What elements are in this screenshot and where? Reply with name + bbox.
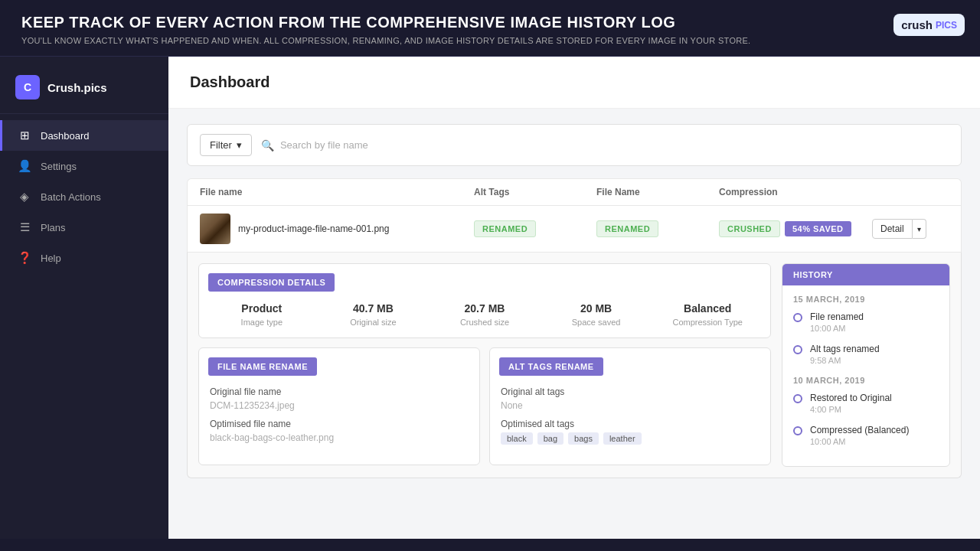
file-name-text: my-product-image-file-name-001.png: [238, 223, 389, 234]
compression-details-label: COMPRESSION DETAILS: [208, 273, 335, 292]
history-time-3: 4:00 PM: [810, 405, 892, 414]
stat-value-crushed-size: 20.7 MB: [433, 302, 537, 315]
rename-cards: FILE NAME RENAME Original file name DCM-…: [198, 347, 771, 465]
main-content: Dashboard Filter ▾ 🔍 Search by file name…: [168, 57, 980, 539]
banner-subtext: YOU'LL KNOW EXACTLY WHAT'S HAPPENED AND …: [21, 36, 959, 45]
history-event-restored: Restored to Original 4:00 PM: [793, 393, 939, 414]
history-dot: [793, 394, 802, 403]
stat-value-compression-type: Balanced: [655, 302, 760, 315]
banner-heading: KEEP TRACK OF EVERY ACTION FROM THE COMP…: [21, 14, 959, 31]
alt-tags-rename-label: ALT TAGS RENAME: [499, 357, 603, 376]
col-alt-tags: Alt Tags: [474, 187, 596, 197]
history-event-file-renamed: File renamed 10:00 AM: [793, 311, 939, 333]
sidebar-label-batch-actions: Batch Actions: [41, 191, 101, 203]
file-name-rename-label: FILE NAME RENAME: [208, 357, 317, 376]
filter-label: Filter: [210, 139, 232, 151]
chevron-down-icon: ▾: [917, 225, 921, 233]
stat-image-type: Product Image type: [210, 302, 314, 327]
compression-stats: Product Image type 40.7 MB Original size…: [199, 292, 770, 337]
stat-value-space-saved: 20 MB: [544, 302, 648, 315]
sidebar-item-help[interactable]: ❓ Help: [0, 243, 168, 273]
optimised-file-name-label: Optimised file name: [210, 419, 469, 429]
alt-tags-list: black bag bags leather: [501, 432, 760, 445]
table-row: my-product-image-file-name-001.png RENAM…: [187, 205, 962, 253]
history-time-4: 10:00 AM: [810, 437, 909, 446]
detail-dropdown-button[interactable]: ▾: [913, 219, 926, 239]
logo-text: crush: [901, 18, 933, 31]
tag-pill-black: black: [501, 432, 533, 445]
logo-sub: PICS: [936, 20, 957, 31]
page-title: Dashboard: [190, 73, 959, 91]
compression-details-card: COMPRESSION DETAILS Product Image type 4…: [198, 263, 771, 338]
compression-cell: CRUSHED 54% SAVED: [719, 220, 872, 237]
col-filename: File name: [200, 187, 474, 197]
detail-cell: Detail ▾: [872, 219, 949, 239]
history-dot: [793, 313, 802, 322]
original-alt-tags-value: None: [501, 400, 760, 411]
stat-label-compression-type: Compression Type: [655, 318, 760, 327]
col-compression: Compression: [719, 187, 872, 197]
history-event-alt-renamed: Alt tags renamed 9:58 AM: [793, 344, 939, 365]
brand-icon: C: [15, 75, 40, 99]
history-event-details: Alt tags renamed 9:58 AM: [810, 344, 880, 365]
history-event-text-1: File renamed: [810, 311, 864, 322]
tag-pill-bag: bag: [537, 432, 564, 445]
thumb-image: [200, 214, 230, 244]
original-file-name-label: Original file name: [210, 386, 469, 397]
plans-icon: ☰: [18, 220, 31, 234]
history-header: HISTORY: [782, 264, 949, 285]
tag-pill-bags: bags: [568, 432, 599, 445]
alt-tags-rename-card: ALT TAGS RENAME Original alt tags None O…: [489, 347, 771, 465]
filter-button[interactable]: Filter ▾: [200, 134, 252, 156]
history-body: 15 MARCH, 2019 File renamed 10:00 AM A: [782, 285, 949, 466]
brand-name: Crush.pics: [47, 81, 107, 94]
sidebar-brand: C Crush.pics: [0, 67, 168, 114]
history-event-details: Restored to Original 4:00 PM: [810, 393, 892, 414]
search-icon: 🔍: [261, 139, 274, 152]
alt-tags-badge: RENAMED: [474, 220, 536, 237]
table-header: File name Alt Tags File Name Compression: [187, 178, 962, 205]
stat-label-image-type: Image type: [210, 318, 314, 327]
sidebar-item-settings[interactable]: 👤 Settings: [0, 151, 168, 181]
history-event-compressed: Compressed (Balanced) 10:00 AM: [793, 425, 939, 446]
saved-badge: 54% SAVED: [785, 221, 851, 236]
sidebar-item-plans[interactable]: ☰ Plans: [0, 212, 168, 243]
col-actions: [872, 187, 949, 197]
optimised-file-name-value: black-bag-bags-co-leather.png: [210, 432, 469, 443]
sidebar-label-settings: Settings: [41, 161, 77, 172]
sidebar-item-batch-actions[interactable]: ◈ Batch Actions: [0, 181, 168, 212]
optimised-file-name-field: Optimised file name black-bag-bags-co-le…: [199, 419, 479, 451]
original-alt-tags-field: Original alt tags None: [490, 386, 770, 419]
original-file-name-field: Original file name DCM-11235234.jpeg: [199, 386, 479, 419]
chevron-down-icon: ▾: [237, 139, 242, 151]
detail-button[interactable]: Detail: [872, 219, 913, 239]
optimised-alt-tags-label: Optimised alt tags: [501, 419, 760, 429]
sidebar-item-dashboard[interactable]: ⊞ Dashboard: [0, 120, 168, 151]
file-name-badge: RENAMED: [596, 220, 658, 237]
settings-icon: 👤: [18, 159, 31, 173]
stat-value-original-size: 40.7 MB: [322, 302, 426, 315]
history-event-details: Compressed (Balanced) 10:00 AM: [810, 425, 909, 446]
help-icon: ❓: [18, 251, 31, 265]
col-file-name: File Name: [596, 187, 719, 197]
history-event-details: File renamed 10:00 AM: [810, 311, 864, 333]
stat-label-space-saved: Space saved: [544, 318, 648, 327]
search-placeholder: Search by file name: [280, 139, 368, 151]
sidebar-label-dashboard: Dashboard: [41, 130, 90, 142]
file-name-cell: RENAMED: [596, 220, 719, 237]
sidebar: C Crush.pics ⊞ Dashboard 👤 Settings ◈ Ba…: [0, 57, 168, 539]
history-dot: [793, 426, 802, 435]
compression-badge: CRUSHED: [719, 220, 780, 237]
history-dot: [793, 345, 802, 354]
tag-pill-leather: leather: [603, 432, 642, 445]
stat-compression-type: Balanced Compression Type: [655, 302, 760, 327]
top-banner: KEEP TRACK OF EVERY ACTION FROM THE COMP…: [0, 0, 980, 57]
file-name-rename-card: FILE NAME RENAME Original file name DCM-…: [198, 347, 480, 465]
page-header: Dashboard: [168, 57, 980, 109]
history-event-text-3: Restored to Original: [810, 393, 892, 403]
history-time-1: 10:00 AM: [810, 324, 864, 333]
expanded-area: COMPRESSION DETAILS Product Image type 4…: [187, 253, 962, 478]
history-date-1: 15 MARCH, 2019: [793, 295, 939, 304]
original-alt-tags-label: Original alt tags: [501, 386, 760, 397]
history-event-text-4: Compressed (Balanced): [810, 425, 909, 435]
